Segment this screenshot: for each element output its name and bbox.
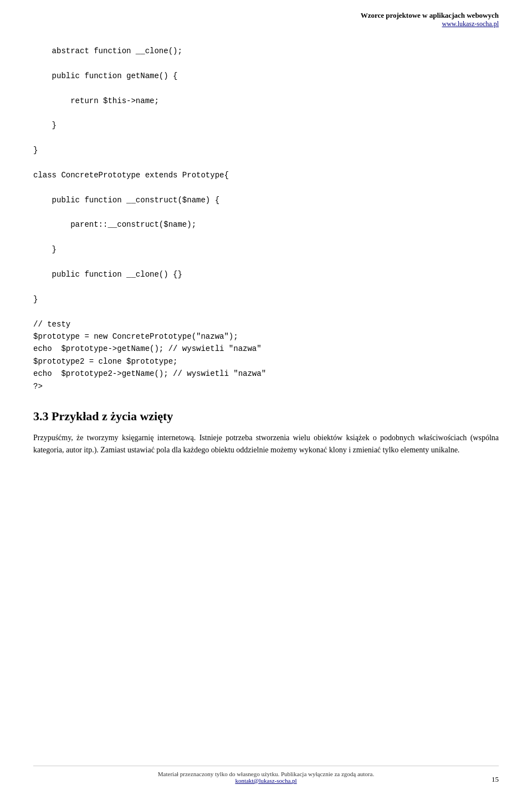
section-paragraph1: Przypuśćmy, że tworzymy księgarnię inter… [33,432,499,457]
page-header: Wzorce projektowe w aplikacjach webowych… [33,11,499,28]
code-block: abstract function __clone(); public func… [33,45,499,393]
page-number: 15 [492,775,499,784]
header-url: www.lukasz-socha.pl [33,20,499,28]
page-footer: Materiał przeznaczony tylko do własnego … [0,766,532,784]
footer-email[interactable]: kontakt@lukasz-socha.pl [235,777,296,784]
section-heading: 3.3 Przykład z życia wzięty [33,409,499,424]
footer-disclaimer: Materiał przeznaczony tylko do własnego … [158,771,374,777]
footer-divider [33,766,499,766]
page-container: Wzorce projektowe w aplikacjach webowych… [0,0,532,795]
header-title: Wzorce projektowe w aplikacjach webowych [33,11,499,20]
